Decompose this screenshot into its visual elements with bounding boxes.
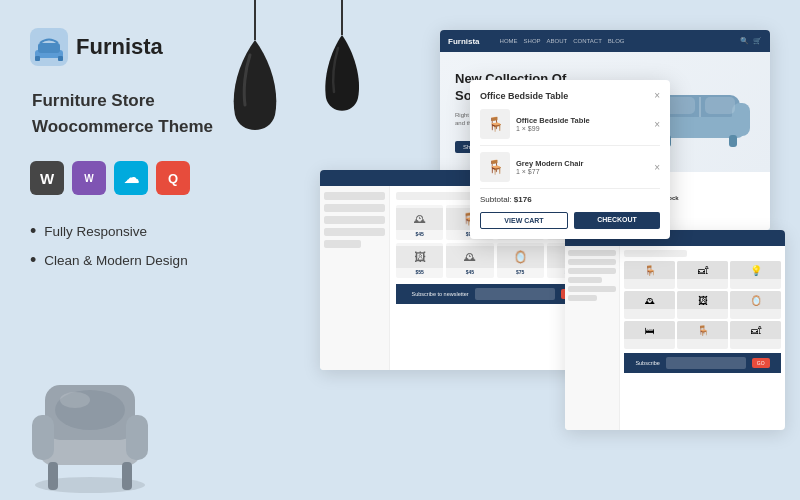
shop-card-4: 🕰 <box>624 291 675 319</box>
hero-header-icons: 🔍 🛒 <box>740 37 762 45</box>
product-card-6: 🕰 $45 <box>446 243 493 278</box>
product-sidebar <box>320 186 390 370</box>
product-card-5-price: $55 <box>415 268 423 276</box>
shop-filter-2 <box>568 259 616 265</box>
brand-logo-icon <box>30 28 68 66</box>
features-list: Fully Responsive Clean & Modern Design <box>30 221 230 271</box>
sidebar-filter-1 <box>324 192 385 200</box>
shop-card-9: 🛋 <box>730 321 781 349</box>
product-card-1: 🕰 $45 <box>396 205 443 240</box>
svg-rect-4 <box>58 56 63 61</box>
cloud-badge: ☁ <box>114 161 148 195</box>
shop-filter-1 <box>568 250 616 256</box>
cart-item-2: 🪑 Grey Modern Chair 1 × $77 × <box>480 152 660 189</box>
shop-newsletter-text: Subscribe <box>635 360 659 366</box>
shop-card-1: 🪑 <box>624 261 675 289</box>
cart-header: Office Bedside Table × <box>480 90 660 101</box>
q-badge: Q <box>156 161 190 195</box>
svg-point-13 <box>60 392 90 408</box>
product-card-5-image: 🖼 <box>396 246 443 268</box>
shop-filter-3 <box>568 268 616 274</box>
shop-sidebar <box>565 246 620 430</box>
subtotal-label: Subtotal: <box>480 195 512 204</box>
shop-card-2-img: 🛋 <box>677 261 728 279</box>
shop-body: 🪑 🛋 💡 🕰 🖼 🪞 🛏 🪑 🛋 Subscribe GO <box>565 246 785 430</box>
wp-icon: W <box>40 170 54 187</box>
shop-grid-area: 🪑 🛋 💡 🕰 🖼 🪞 🛏 🪑 🛋 Subscribe GO <box>620 246 785 430</box>
cart-item-2-info: Grey Modern Chair 1 × $77 <box>516 159 648 175</box>
shop-newsletter: Subscribe GO <box>624 353 781 373</box>
cart-title: Office Bedside Table <box>480 91 568 101</box>
shop-title-bar <box>624 250 687 257</box>
shop-filter-5 <box>568 286 616 292</box>
shop-card-5: 🖼 <box>677 291 728 319</box>
shop-card-1-img: 🪑 <box>624 261 675 279</box>
woo-icon: W <box>84 173 93 184</box>
nav-blog: BLOG <box>608 38 625 44</box>
shop-card-8-img: 🪑 <box>677 321 728 339</box>
product-card-1-price: $45 <box>415 230 423 238</box>
newsletter-input[interactable] <box>475 288 555 300</box>
cart-item-2-name: Grey Modern Chair <box>516 159 648 168</box>
cart-item-1: 🪑 Office Bedside Table 1 × $99 × <box>480 109 660 146</box>
cart-item-1-info: Office Bedside Table 1 × $99 <box>516 116 648 132</box>
shop-card-4-img: 🕰 <box>624 291 675 309</box>
sidebar-filter-2 <box>324 204 385 212</box>
tagline-line1: Furniture Store <box>32 88 230 114</box>
view-cart-button[interactable]: VIEW CART <box>480 212 568 229</box>
newsletter-text: Subscribe to newsletter <box>412 291 469 297</box>
hero-header: Furnista HOME SHOP ABOUT CONTACT BLOG 🔍 … <box>440 30 770 52</box>
cart-action-buttons: VIEW CART CHECKOUT <box>480 212 660 229</box>
logo-area: Furnista <box>30 28 230 66</box>
shop-card-7: 🛏 <box>624 321 675 349</box>
feature-responsive-label: Fully Responsive <box>44 224 147 239</box>
shop-card-6: 🪞 <box>730 291 781 319</box>
sidebar-filter-3 <box>324 216 385 224</box>
tagline: Furniture Store Woocommerce Theme <box>32 88 230 139</box>
shop-card-6-img: 🪞 <box>730 291 781 309</box>
tagline-line2: Woocommerce Theme <box>32 114 230 140</box>
svg-rect-3 <box>35 56 40 61</box>
nav-contact: CONTACT <box>573 38 602 44</box>
product-card-7-image: 🪞 <box>497 246 544 268</box>
svg-rect-10 <box>48 462 58 490</box>
shop-card-2: 🛋 <box>677 261 728 289</box>
sidebar-filter-5 <box>324 240 361 248</box>
shop-card-3-img: 💡 <box>730 261 781 279</box>
shop-newsletter-button[interactable]: GO <box>752 358 770 368</box>
right-area: Furnista HOME SHOP ABOUT CONTACT BLOG 🔍 … <box>240 0 800 500</box>
hero-logo: Furnista <box>448 37 480 46</box>
shop-newsletter-strip: Subscribe GO <box>624 353 781 373</box>
technology-badges: W W ☁ Q <box>30 161 230 195</box>
chair-illustration <box>10 340 170 500</box>
checkout-button[interactable]: CHECKOUT <box>574 212 660 229</box>
q-icon: Q <box>168 171 178 186</box>
cart-item-1-name: Office Bedside Table <box>516 116 648 125</box>
feature-responsive: Fully Responsive <box>30 221 230 242</box>
svg-rect-24 <box>705 97 735 114</box>
cart-item-2-qty: 1 × $77 <box>516 168 648 175</box>
cart-close-button[interactable]: × <box>654 90 660 101</box>
shop-page-screenshot: 🪑 🛋 💡 🕰 🖼 🪞 🛏 🪑 🛋 Subscribe GO <box>565 230 785 430</box>
cart-item-1-image: 🪑 <box>480 109 510 139</box>
svg-rect-8 <box>32 415 54 460</box>
cart-item-2-remove[interactable]: × <box>654 162 660 173</box>
product-card-1-image: 🕰 <box>396 208 443 230</box>
shop-card-5-img: 🖼 <box>677 291 728 309</box>
svg-rect-21 <box>729 135 737 147</box>
shop-card-7-img: 🛏 <box>624 321 675 339</box>
cart-item-2-image: 🪑 <box>480 152 510 182</box>
cart-item-1-remove[interactable]: × <box>654 119 660 130</box>
cart-popup: Office Bedside Table × 🪑 Office Bedside … <box>470 80 670 239</box>
cloud-icon: ☁ <box>124 169 139 187</box>
product-card-5: 🖼 $55 <box>396 243 443 278</box>
shop-newsletter-input[interactable] <box>666 357 746 369</box>
shop-filter-4 <box>568 277 602 283</box>
wordpress-badge: W <box>30 161 64 195</box>
feature-design-label: Clean & Modern Design <box>44 253 187 268</box>
shop-product-grid: 🪑 🛋 💡 🕰 🖼 🪞 🛏 🪑 🛋 <box>624 261 781 349</box>
nav-home: HOME <box>500 38 518 44</box>
cart-icon: 🛒 <box>753 37 762 45</box>
nav-shop: SHOP <box>524 38 541 44</box>
shop-filter-6 <box>568 295 597 301</box>
